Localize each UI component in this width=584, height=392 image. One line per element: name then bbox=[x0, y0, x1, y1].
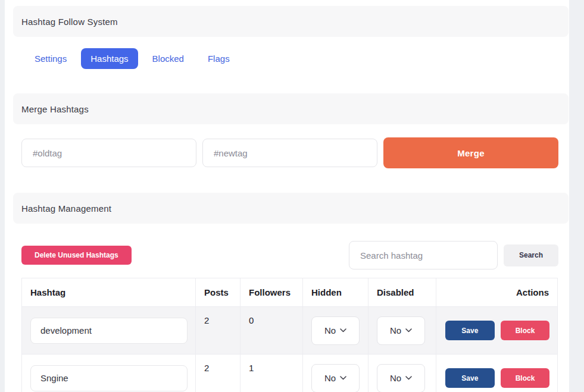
tab-bar: Settings Hashtags Blocked Flags bbox=[13, 47, 569, 70]
hidden-select-value: No bbox=[324, 373, 336, 383]
column-header-disabled: Disabled bbox=[368, 278, 436, 307]
hashtag-management-title: Hashtag Management bbox=[21, 203, 111, 214]
column-header-actions: Actions bbox=[436, 278, 558, 307]
tab-flags[interactable]: Flags bbox=[198, 48, 239, 69]
merge-hashtags-title: Merge Hashtags bbox=[21, 104, 89, 114]
followers-count: 0 bbox=[241, 307, 303, 355]
table-row: 2 1 No No bbox=[22, 355, 558, 392]
column-header-hidden: Hidden bbox=[303, 278, 368, 307]
merge-button[interactable]: Merge bbox=[383, 137, 558, 168]
hashtag-table: Hashtag Posts Followers Hidden Disabled … bbox=[21, 278, 558, 392]
disabled-select[interactable]: No bbox=[377, 364, 425, 392]
chevron-down-icon bbox=[405, 376, 412, 380]
hidden-select[interactable]: No bbox=[311, 316, 360, 345]
disabled-select-value: No bbox=[390, 373, 401, 383]
save-button[interactable]: Save bbox=[445, 321, 495, 340]
tab-settings[interactable]: Settings bbox=[25, 48, 76, 69]
posts-count: 2 bbox=[196, 355, 241, 392]
search-button[interactable]: Search bbox=[504, 244, 558, 266]
hidden-select-value: No bbox=[324, 325, 336, 335]
page-title: Hashtag Follow System bbox=[21, 17, 118, 27]
block-button[interactable]: Block bbox=[501, 321, 549, 340]
tab-blocked[interactable]: Blocked bbox=[143, 48, 193, 69]
posts-count: 2 bbox=[196, 307, 241, 355]
column-header-posts: Posts bbox=[196, 278, 241, 307]
page-title-panel: Hashtag Follow System bbox=[13, 6, 569, 37]
disabled-select-value: No bbox=[390, 325, 401, 335]
merge-form: Merge bbox=[13, 137, 569, 168]
chevron-down-icon bbox=[405, 328, 412, 333]
table-header-row: Hashtag Posts Followers Hidden Disabled … bbox=[22, 278, 558, 307]
page-right-gutter bbox=[569, 0, 584, 392]
column-header-followers: Followers bbox=[241, 278, 303, 307]
tab-hashtags[interactable]: Hashtags bbox=[81, 48, 138, 69]
main-content: Hashtag Follow System Settings Hashtags … bbox=[13, 0, 569, 392]
merge-hashtags-panel: Merge Hashtags bbox=[13, 93, 569, 124]
oldtag-input[interactable] bbox=[21, 139, 196, 167]
save-button[interactable]: Save bbox=[445, 368, 495, 388]
table-row: 2 0 No No bbox=[22, 307, 558, 355]
page-left-gutter bbox=[0, 0, 5, 392]
hidden-select[interactable]: No bbox=[311, 364, 360, 392]
search-hashtag-input[interactable] bbox=[349, 241, 498, 269]
hashtag-name-input[interactable] bbox=[30, 365, 188, 391]
hashtag-management-panel: Hashtag Management bbox=[13, 193, 569, 224]
newtag-input[interactable] bbox=[202, 139, 377, 167]
management-controls: Delete Unused Hashtags Search bbox=[13, 241, 569, 269]
hashtag-name-input[interactable] bbox=[30, 318, 188, 344]
disabled-select[interactable]: No bbox=[377, 316, 425, 345]
chevron-down-icon bbox=[340, 376, 346, 380]
column-header-hashtag: Hashtag bbox=[22, 278, 196, 307]
chevron-down-icon bbox=[340, 328, 346, 333]
block-button[interactable]: Block bbox=[501, 368, 549, 388]
delete-unused-hashtags-button[interactable]: Delete Unused Hashtags bbox=[21, 246, 132, 265]
followers-count: 1 bbox=[241, 355, 303, 392]
